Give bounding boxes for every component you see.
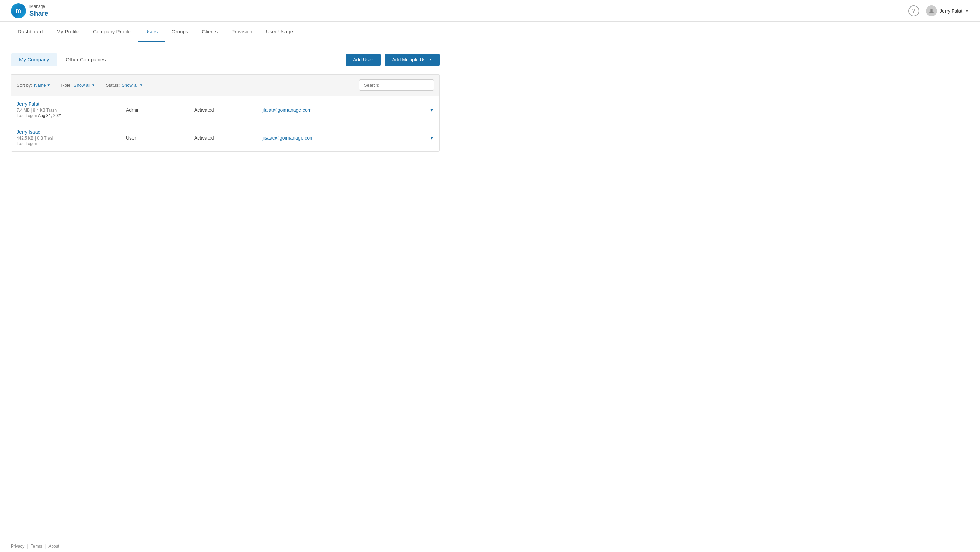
table-row: Jerry Isaac 442.5 KB | 0 B Trash Last Lo… — [11, 124, 439, 151]
user-storage-1: 7.4 MB | 8.4 KB Trash — [17, 108, 126, 113]
user-name-label: Jerry Falat — [940, 8, 962, 14]
sort-filter: Sort by: Name ▼ — [17, 82, 50, 88]
user-name-link-2[interactable]: Jerry Isaac — [17, 129, 40, 135]
nav-item-dashboard[interactable]: Dashboard — [11, 22, 49, 42]
nav-item-user-usage[interactable]: User Usage — [259, 22, 300, 42]
nav-item-groups[interactable]: Groups — [165, 22, 195, 42]
user-logon-date-1: Aug 31, 2021 — [38, 113, 62, 118]
user-menu[interactable]: Jerry Falat ▼ — [926, 5, 969, 16]
user-logon-date-2: -- — [38, 141, 41, 146]
user-info-1: Jerry Falat 7.4 MB | 8.4 KB Trash Last L… — [17, 102, 126, 118]
user-expand-1[interactable]: ▼ — [424, 107, 434, 113]
svg-point-0 — [931, 9, 932, 11]
role-arrow-icon: ▼ — [92, 83, 95, 87]
nav-item-clients[interactable]: Clients — [195, 22, 224, 42]
user-email-2: jisaac@goimanage.com — [262, 135, 424, 141]
status-label: Status: — [106, 82, 119, 88]
user-dropdown-icon: ▼ — [965, 8, 969, 13]
user-status-2: Activated — [194, 135, 262, 141]
user-role-1: Admin — [126, 107, 194, 113]
user-logon-1: Last Logon Aug 31, 2021 — [17, 113, 126, 118]
status-arrow-icon: ▼ — [139, 83, 143, 87]
user-expand-2[interactable]: ▼ — [424, 135, 434, 141]
sort-label: Sort by: — [17, 82, 32, 88]
sub-tabs-right: Add User Add Multiple Users — [345, 54, 440, 66]
sub-tabs-left: My Company Other Companies — [11, 53, 114, 66]
nav-item-my-profile[interactable]: My Profile — [49, 22, 86, 42]
header: m iManage Share ? Jerry Falat ▼ — [0, 0, 980, 22]
user-avatar — [926, 5, 937, 16]
sort-arrow-icon: ▼ — [47, 83, 50, 87]
status-value[interactable]: Show all ▼ — [122, 82, 143, 88]
sub-tab-my-company[interactable]: My Company — [11, 53, 57, 66]
nav-item-company-profile[interactable]: Company Profile — [86, 22, 138, 42]
brand-top: iManage — [29, 4, 48, 9]
header-right: ? Jerry Falat ▼ — [908, 5, 969, 16]
nav-item-provision[interactable]: Provision — [224, 22, 259, 42]
sub-tab-other-companies[interactable]: Other Companies — [57, 53, 114, 66]
user-storage-2: 442.5 KB | 0 B Trash — [17, 136, 126, 141]
users-list: Sort by: Name ▼ Role: Show all ▼ Status:… — [11, 74, 440, 152]
user-info-2: Jerry Isaac 442.5 KB | 0 B Trash Last Lo… — [17, 129, 126, 146]
main-nav: Dashboard My Profile Company Profile Use… — [0, 22, 980, 42]
user-name-link-1[interactable]: Jerry Falat — [17, 102, 39, 107]
logo-icon: m — [11, 3, 26, 18]
table-row: Jerry Falat 7.4 MB | 8.4 KB Trash Last L… — [11, 96, 439, 124]
sort-value[interactable]: Name ▼ — [34, 82, 51, 88]
add-user-button[interactable]: Add User — [345, 54, 380, 66]
role-label: Role: — [61, 82, 72, 88]
role-value[interactable]: Show all ▼ — [74, 82, 95, 88]
user-role-2: User — [126, 135, 194, 141]
search-input[interactable] — [359, 79, 434, 91]
user-status-1: Activated — [194, 107, 262, 113]
help-icon[interactable]: ? — [908, 5, 919, 16]
add-multiple-users-button[interactable]: Add Multiple Users — [385, 54, 440, 66]
role-filter: Role: Show all ▼ — [61, 82, 95, 88]
status-filter: Status: Show all ▼ — [106, 82, 143, 88]
sub-tabs-row: My Company Other Companies Add User Add … — [11, 53, 440, 66]
logo-area: m iManage Share — [11, 3, 48, 18]
user-logon-2: Last Logon -- — [17, 141, 126, 146]
user-email-1: jfalat@goimanage.com — [262, 107, 424, 113]
main-content: My Company Other Companies Add User Add … — [0, 42, 451, 163]
brand-bottom: Share — [29, 9, 48, 17]
filter-row: Sort by: Name ▼ Role: Show all ▼ Status:… — [11, 75, 439, 96]
search-box — [359, 79, 434, 91]
nav-item-users[interactable]: Users — [138, 22, 165, 42]
logo-text: iManage Share — [29, 4, 48, 17]
